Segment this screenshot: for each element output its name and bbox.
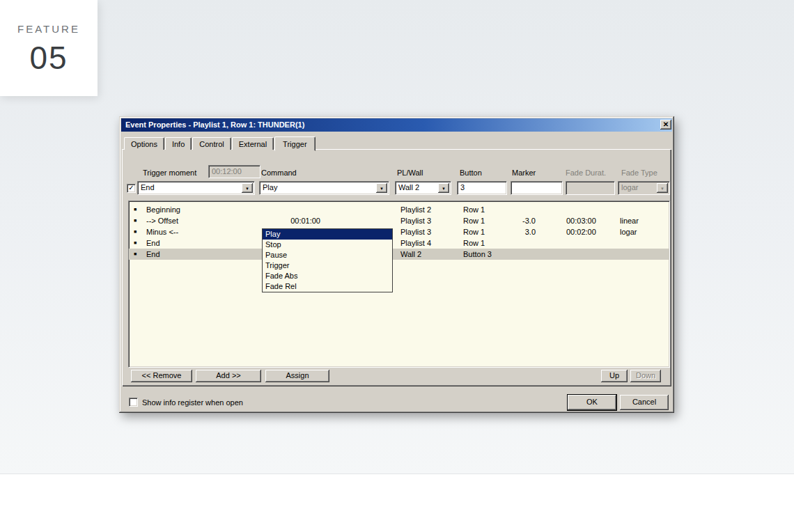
- cell-moment: End: [146, 239, 160, 247]
- show-info-register-checkbox[interactable]: [129, 398, 138, 407]
- cell-fade: 3.0: [508, 228, 536, 236]
- cell-row: Button 3: [463, 250, 492, 258]
- fade-type-dropdown-button: ▼: [657, 183, 668, 193]
- marker-input[interactable]: [511, 181, 563, 195]
- chevron-down-icon: ▼: [660, 187, 664, 191]
- cell-pl: Wall 2: [400, 250, 421, 258]
- up-button[interactable]: Up: [601, 370, 628, 382]
- cell-moment: End: [146, 250, 160, 258]
- command-label: Command: [261, 169, 297, 177]
- command-combobox[interactable]: Play ▼: [259, 181, 389, 195]
- table-row-selected[interactable]: ■ End Wall 2 Button 3: [129, 249, 669, 260]
- remove-button[interactable]: << Remove: [131, 370, 192, 382]
- fade-type-label: Fade Type: [621, 169, 657, 177]
- button-input[interactable]: 3: [457, 181, 507, 195]
- pl-wall-value: Wall 2: [398, 183, 419, 191]
- dropdown-item-fade-rel[interactable]: Fade Rel: [263, 281, 392, 292]
- cell-pl: Playlist 4: [400, 239, 431, 247]
- event-properties-dialog: Event Properties - Playlist 1, Row 1: TH…: [119, 116, 674, 413]
- tab-external[interactable]: External: [232, 137, 274, 150]
- tab-options[interactable]: Options: [124, 137, 164, 150]
- trigger-moment-label: Trigger moment: [143, 169, 196, 177]
- table-row[interactable]: ■ Beginning Playlist 2 Row 1: [129, 204, 669, 215]
- add-button[interactable]: Add >>: [196, 370, 261, 382]
- cell-row: Row 1: [463, 205, 485, 214]
- assign-button[interactable]: Assign: [265, 370, 329, 382]
- chevron-down-icon: ▼: [380, 187, 384, 191]
- cell-fade: -3.0: [508, 217, 536, 225]
- trigger-moment-time-field: 00:12:00: [208, 165, 260, 178]
- cell-row: Row 1: [463, 228, 485, 236]
- fade-duration-label: Fade Durat.: [566, 169, 606, 177]
- cell-pl: Playlist 2: [400, 205, 431, 214]
- cell-moment: Beginning: [146, 205, 180, 214]
- dropdown-item-play[interactable]: Play: [263, 229, 392, 240]
- tab-trigger[interactable]: Trigger: [274, 136, 315, 151]
- chevron-down-icon: ▼: [442, 187, 446, 191]
- dropdown-item-pause[interactable]: Pause: [263, 250, 392, 260]
- table-row[interactable]: ■ End Playlist 4 Row 1: [129, 237, 669, 249]
- row-bullet-icon: ■: [134, 229, 137, 234]
- fade-duration-input: [566, 181, 615, 195]
- cell-moment: --> Offset: [146, 217, 178, 225]
- table-row[interactable]: ■ Minus <-- 00:01:00 Playlist 3 Row 1 3.…: [129, 226, 669, 237]
- close-button[interactable]: ✕: [660, 120, 671, 130]
- cell-row: Row 1: [463, 217, 485, 225]
- command-dropdown-list: Play Stop Pause Trigger Fade Abs Fade Re…: [262, 228, 393, 292]
- button-label: Button: [460, 169, 482, 177]
- tab-control[interactable]: Control: [192, 137, 231, 150]
- down-button: Down: [630, 370, 661, 382]
- marker-label: Marker: [512, 169, 536, 177]
- dialog-titlebar[interactable]: Event Properties - Playlist 1, Row 1: TH…: [121, 118, 672, 132]
- row-bullet-icon: ■: [134, 240, 137, 245]
- cell-pl: Playlist 3: [400, 228, 431, 236]
- trigger-moment-value: End: [141, 183, 155, 191]
- chevron-down-icon: ▼: [245, 187, 249, 191]
- cell-moment: Minus <--: [146, 228, 178, 236]
- feature-number: 05: [0, 39, 98, 77]
- pl-wall-label: PL/Wall: [397, 169, 423, 177]
- pl-wall-combobox[interactable]: Wall 2 ▼: [395, 181, 451, 195]
- show-info-register-label: Show info register when open: [142, 398, 243, 407]
- row-bullet-icon: ■: [134, 251, 137, 256]
- row-bullet-icon: ■: [134, 218, 137, 223]
- trigger-moment-combobox[interactable]: End ▼: [137, 181, 255, 195]
- cell-fade-type: linear: [620, 217, 639, 225]
- command-dropdown-button[interactable]: ▼: [376, 183, 387, 193]
- trigger-event-list[interactable]: ■ Beginning Playlist 2 Row 1 ■ --> Offse…: [128, 201, 670, 368]
- table-row[interactable]: ■ --> Offset 00:01:00 Playlist 3 Row 1 -…: [129, 215, 669, 226]
- dropdown-item-trigger[interactable]: Trigger: [263, 260, 392, 271]
- cell-row: Row 1: [463, 239, 485, 247]
- ok-button[interactable]: OK: [568, 395, 616, 410]
- pl-wall-dropdown-button[interactable]: ▼: [438, 183, 449, 193]
- row-bullet-icon: ■: [134, 207, 137, 212]
- trigger-moment-dropdown-button[interactable]: ▼: [242, 183, 253, 193]
- command-value: Play: [263, 183, 277, 191]
- cancel-button[interactable]: Cancel: [620, 395, 669, 410]
- feature-label: FEATURE: [0, 23, 98, 35]
- cell-fade-type: logar: [620, 228, 637, 236]
- cell-time: 00:01:00: [268, 217, 320, 225]
- cell-fade-time: 00:02:00: [566, 228, 596, 236]
- fade-type-value: logar: [621, 183, 638, 191]
- trigger-enabled-checkbox[interactable]: ✓: [127, 184, 136, 193]
- close-icon: ✕: [663, 120, 669, 128]
- trigger-tab-panel: Trigger moment 00:12:00 Command PL/Wall …: [122, 149, 671, 386]
- cell-fade-time: 00:03:00: [566, 217, 596, 225]
- dialog-title: Event Properties - Playlist 1, Row 1: TH…: [125, 120, 304, 129]
- cell-pl: Playlist 3: [400, 217, 431, 225]
- checkmark-icon: ✓: [127, 185, 135, 191]
- dropdown-item-stop[interactable]: Stop: [263, 240, 392, 250]
- tab-info[interactable]: Info: [165, 137, 192, 150]
- tab-bar: Options Info Control External Trigger: [124, 136, 316, 150]
- fade-type-combobox: logar ▼: [618, 181, 670, 195]
- feature-card: FEATURE 05: [0, 0, 98, 96]
- dropdown-item-fade-abs[interactable]: Fade Abs: [263, 271, 392, 281]
